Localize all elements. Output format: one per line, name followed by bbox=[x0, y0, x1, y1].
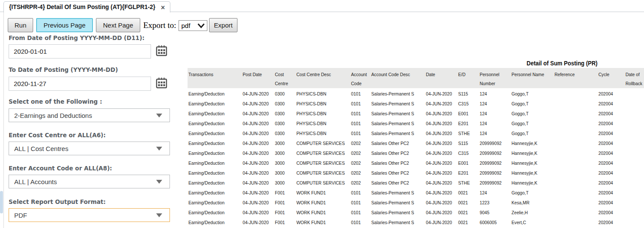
cell-transactions: Earning/Deduction bbox=[188, 88, 242, 98]
cell-personnel-name: Goggo,T bbox=[511, 118, 554, 128]
cell-personnel-number: 124 bbox=[479, 108, 511, 118]
from-date-input[interactable] bbox=[9, 44, 151, 59]
cell-cycle: 202004 bbox=[598, 187, 625, 197]
cell-cost-centre: 3000 bbox=[274, 177, 296, 187]
cell-date-of-rollback bbox=[625, 118, 644, 128]
report-table: TransactionsPost DateCost CentreCost Cen… bbox=[188, 68, 644, 227]
cell-cost-centre: 0300 bbox=[274, 108, 296, 118]
tab-bar: {ITSHRPR-4} Detail Of Sum Posting (AT){F… bbox=[0, 0, 644, 12]
cell-account-code-desc: Salaries-Permanent S bbox=[370, 187, 425, 197]
cell-cost-centre: 0300 bbox=[274, 118, 296, 128]
to-date-input[interactable] bbox=[9, 77, 151, 91]
cell-cost-centre-desc: COMPUTER SERVICES bbox=[296, 157, 350, 167]
cell-cycle: 202004 bbox=[598, 157, 625, 167]
cell-date-of-rollback bbox=[625, 197, 644, 207]
cell-cycle: 202004 bbox=[598, 207, 625, 217]
account-code-select[interactable]: ALL | Accounts bbox=[9, 175, 170, 188]
cell-cycle: 202004 bbox=[598, 177, 625, 187]
cell-date-of-rollback bbox=[625, 167, 644, 177]
cell-personnel-number: 124 bbox=[479, 98, 511, 108]
cell-account-code-desc: Salaries Other PC2 bbox=[370, 148, 425, 157]
column-header: Transactions bbox=[188, 68, 242, 88]
cell-cost-centre: F001 bbox=[274, 207, 296, 217]
cell-account-code-desc: Salaries Other PC2 bbox=[370, 167, 425, 177]
cell-date-of-rollback bbox=[625, 217, 644, 227]
cell-date: 04-JUN-2020 bbox=[425, 128, 457, 138]
cell-personnel-name: Goggo,T bbox=[511, 187, 554, 197]
tab-report[interactable]: {ITSHRPR-4} Detail Of Sum Posting (AT){F… bbox=[3, 1, 170, 12]
export-format-select[interactable]: pdf bbox=[179, 20, 207, 31]
calendar-icon[interactable] bbox=[156, 77, 167, 89]
cell-post-date: 04-JUN-2020 bbox=[242, 187, 274, 197]
column-header: E/D bbox=[457, 68, 479, 88]
dropdown-arrow-icon bbox=[156, 147, 162, 151]
cell-account-code: 0101 bbox=[350, 207, 370, 217]
cell-post-date: 04-JUN-2020 bbox=[242, 148, 274, 157]
cell-reference bbox=[554, 187, 598, 197]
cell-date-of-rollback bbox=[625, 88, 644, 98]
column-header: Post Date bbox=[242, 68, 274, 88]
cell-personnel-name: Kesa,MR bbox=[511, 197, 554, 207]
cell-cost-centre: 0300 bbox=[274, 88, 296, 98]
previous-page-button[interactable]: Previous Page bbox=[36, 18, 93, 32]
dropdown-arrow-icon bbox=[156, 213, 162, 217]
cell-date-of-rollback bbox=[625, 157, 644, 167]
column-header: Cycle bbox=[598, 68, 625, 88]
cell-cycle: 202004 bbox=[598, 217, 625, 227]
output-format-select[interactable]: PDF bbox=[9, 208, 170, 222]
cell-post-date: 04-JUN-2020 bbox=[242, 118, 274, 128]
cell-transactions: Earning/Deduction bbox=[188, 108, 242, 118]
toolbar: Run Previous Page Next Page Export to: p… bbox=[8, 18, 240, 32]
left-scrollbar-thumb[interactable] bbox=[0, 191, 3, 213]
cell-post-date: 04-JUN-2020 bbox=[242, 98, 274, 108]
cell-cycle: 202004 bbox=[598, 98, 625, 108]
cell-post-date: 04-JUN-2020 bbox=[242, 217, 274, 227]
cell-transactions: Earning/Deduction bbox=[188, 148, 242, 157]
run-button[interactable]: Run bbox=[8, 18, 33, 32]
cell-cost-centre-desc: PHYSICS-DBN bbox=[296, 118, 350, 128]
cell-reference bbox=[554, 197, 598, 207]
table-row: Earning/Deduction 04-JUN-2020 3000 COMPU… bbox=[188, 157, 644, 167]
cell-cost-centre-desc: WORK FUND1 bbox=[296, 197, 350, 207]
cell-date: 04-JUN-2020 bbox=[425, 217, 457, 227]
next-page-button[interactable]: Next Page bbox=[96, 18, 140, 32]
cell-personnel-name: Goggo,T bbox=[511, 108, 554, 118]
chevron-down-icon bbox=[197, 23, 205, 28]
cell-transactions: Earning/Deduction bbox=[188, 187, 242, 197]
account-code-value: ALL | Accounts bbox=[14, 178, 57, 185]
dropdown-arrow-icon bbox=[156, 114, 162, 117]
cell-personnel-number: 209999092 bbox=[479, 177, 511, 187]
from-date-label: From Date of Posting YYYY-MM-DD (D11): bbox=[9, 34, 145, 42]
cell-personnel-number: 209999092 bbox=[479, 148, 511, 157]
cost-centre-value: ALL | Cost Centres bbox=[14, 145, 68, 152]
cell-ed: STHE bbox=[457, 128, 479, 138]
close-icon[interactable]: × bbox=[161, 3, 165, 11]
table-row: Earning/Deduction 04-JUN-2020 3000 COMPU… bbox=[188, 167, 644, 177]
table-row: Earning/Deduction 04-JUN-2020 0300 PHYSI… bbox=[188, 88, 644, 98]
table-row: Earning/Deduction 04-JUN-2020 F001 WORK … bbox=[188, 217, 644, 227]
cell-cycle: 202004 bbox=[598, 197, 625, 207]
cell-transactions: Earning/Deduction bbox=[188, 138, 242, 148]
category-select[interactable]: 2-Earnings and Deductions bbox=[9, 108, 170, 122]
cell-ed: STHE bbox=[457, 177, 479, 187]
cost-centre-select[interactable]: ALL | Cost Centres bbox=[9, 142, 170, 155]
cell-date-of-rollback bbox=[625, 187, 644, 197]
cell-ed: C315 bbox=[457, 98, 479, 108]
cell-date: 04-JUN-2020 bbox=[425, 157, 457, 167]
cell-account-code: 0101 bbox=[350, 108, 370, 118]
cell-cost-centre: F001 bbox=[274, 187, 296, 197]
calendar-icon[interactable] bbox=[156, 45, 167, 56]
cell-post-date: 04-JUN-2020 bbox=[242, 157, 274, 167]
column-header: Reference bbox=[554, 68, 598, 88]
cell-ed: E201 bbox=[457, 167, 479, 177]
cell-date: 04-JUN-2020 bbox=[425, 88, 457, 98]
cell-cycle: 202004 bbox=[598, 88, 625, 98]
report-table-header: TransactionsPost DateCost CentreCost Cen… bbox=[188, 68, 644, 88]
cell-date-of-rollback bbox=[625, 138, 644, 148]
export-button[interactable]: Export bbox=[209, 18, 237, 32]
cell-account-code-desc: Salaries-Permanent S bbox=[370, 108, 425, 118]
cell-cost-centre: 3000 bbox=[274, 167, 296, 177]
cell-post-date: 04-JUN-2020 bbox=[242, 207, 274, 217]
cell-post-date: 04-JUN-2020 bbox=[242, 197, 274, 207]
cell-transactions: Earning/Deduction bbox=[188, 217, 242, 227]
